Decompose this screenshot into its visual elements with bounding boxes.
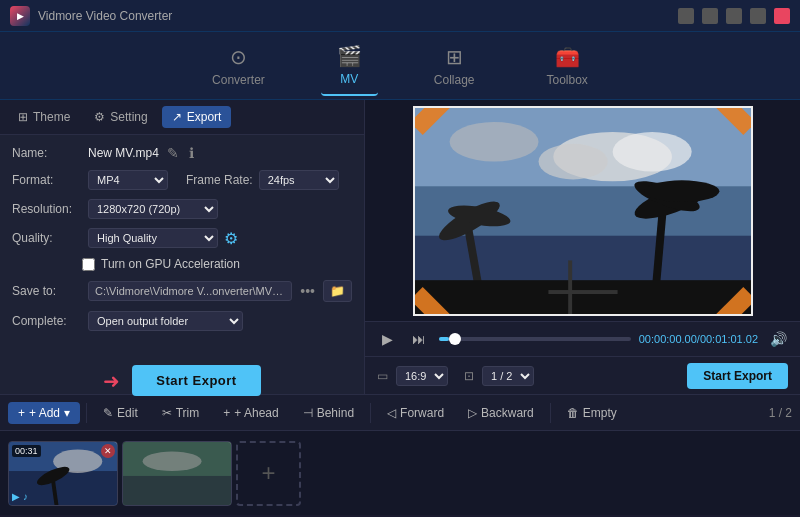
saveto-folder-button[interactable]: 📁: [323, 280, 352, 302]
saveto-label: Save to:: [12, 284, 82, 298]
empty-label: Empty: [583, 406, 617, 420]
app-logo: ▶: [10, 6, 30, 26]
quality-gear-icon[interactable]: ⚙: [224, 229, 238, 248]
svg-rect-16: [548, 290, 617, 294]
track-item-2[interactable]: [122, 441, 232, 506]
resolution-select[interactable]: 1280x720 (720p) 1920x1080 (1080p) 3840x2…: [88, 199, 218, 219]
titlebar: ▶ Vidmore Video Converter 💬 ≡ — □ ✕: [0, 0, 800, 32]
complete-label: Complete:: [12, 314, 82, 328]
behind-label: Behind: [317, 406, 354, 420]
svg-rect-15: [568, 260, 572, 314]
saveto-path: C:\Vidmore\Vidmore V...onverter\MV Expor…: [88, 281, 292, 301]
edit-name-button[interactable]: ✎: [165, 145, 181, 161]
menu-button[interactable]: ≡: [702, 8, 718, 24]
format-label: Format:: [12, 173, 82, 187]
nav-label-mv: MV: [340, 72, 358, 86]
ahead-icon: +: [223, 406, 230, 420]
left-panel: ⊞ Theme ⚙ Setting ↗ Export Name: New MV.…: [0, 100, 365, 394]
nav-item-converter[interactable]: ⊙ Converter: [196, 37, 281, 95]
add-icon: +: [18, 406, 25, 420]
track-add-icon: +: [261, 459, 275, 487]
ahead-button[interactable]: + + Ahead: [213, 402, 288, 424]
svg-point-24: [143, 451, 202, 471]
empty-button[interactable]: 🗑 Empty: [557, 402, 627, 424]
behind-icon: ⊣: [303, 406, 313, 420]
titlebar-title: Vidmore Video Converter: [38, 9, 172, 23]
tab-theme[interactable]: ⊞ Theme: [8, 106, 80, 128]
maximize-button[interactable]: □: [750, 8, 766, 24]
track-item-1[interactable]: 00:31 ✕ ▶ ♪: [8, 441, 118, 506]
start-export-bar-button[interactable]: Start Export: [687, 363, 788, 389]
nav-label-collage: Collage: [434, 73, 475, 87]
tab-bar: ⊞ Theme ⚙ Setting ↗ Export: [0, 100, 364, 135]
preview-area: [365, 100, 800, 321]
trim-label: Trim: [176, 406, 200, 420]
page-indicator: 1 / 2: [769, 406, 792, 420]
add-label: + Add: [29, 406, 60, 420]
framerate-select[interactable]: 24fps 30fps 60fps: [259, 170, 339, 190]
backward-button[interactable]: ▷ Backward: [458, 402, 544, 424]
chat-button[interactable]: 💬: [678, 8, 694, 24]
start-export-panel-button[interactable]: Start Export: [132, 365, 260, 396]
track-duration: 00:31: [12, 445, 41, 457]
timeline-bar[interactable]: [439, 337, 631, 341]
name-value: New MV.mp4: [88, 146, 159, 160]
edit-button[interactable]: ✎ Edit: [93, 402, 148, 424]
skip-button[interactable]: ⏭: [407, 331, 431, 347]
video-thumbnail: [413, 106, 753, 316]
setting-icon: ⚙: [94, 110, 105, 124]
behind-button[interactable]: ⊣ Behind: [293, 402, 364, 424]
timeline-dot: [449, 333, 461, 345]
gpu-checkbox[interactable]: [82, 258, 95, 271]
edit-icon: ✎: [103, 406, 113, 420]
format-select[interactable]: MP4 AVI MOV MKV: [88, 170, 168, 190]
backward-label: Backward: [481, 406, 534, 420]
empty-icon: 🗑: [567, 406, 579, 420]
toolbar-divider-3: [550, 403, 551, 423]
backward-icon: ▷: [468, 406, 477, 420]
trim-button[interactable]: ✂ Trim: [152, 402, 210, 424]
arrow-indicator: ➜: [103, 369, 120, 393]
saveto-more-button[interactable]: •••: [298, 283, 317, 299]
forward-button[interactable]: ◁ Forward: [377, 402, 454, 424]
volume-button[interactable]: 🔊: [766, 331, 790, 347]
svg-point-5: [538, 143, 607, 179]
titlebar-controls: 💬 ≡ — □ ✕: [678, 8, 790, 24]
nav-item-mv[interactable]: 🎬 MV: [321, 36, 378, 96]
main-content: ⊞ Theme ⚙ Setting ↗ Export Name: New MV.…: [0, 100, 800, 394]
complete-select[interactable]: Open output folder Do nothing Shutdown: [88, 311, 243, 331]
info-button[interactable]: ℹ: [187, 145, 196, 161]
track-icons: ▶ ♪: [12, 491, 28, 502]
quality-select[interactable]: High Quality Normal Quality Low Quality: [88, 228, 218, 248]
nav-item-collage[interactable]: ⊞ Collage: [418, 37, 491, 95]
tab-export[interactable]: ↗ Export: [162, 106, 232, 128]
ratio-select[interactable]: 16:9 4:3 1:1 9:16: [396, 366, 448, 386]
add-button[interactable]: + + Add ▾: [8, 402, 80, 424]
add-chevron: ▾: [64, 406, 70, 420]
resolution-label: Resolution:: [12, 202, 82, 216]
track-close-button[interactable]: ✕: [101, 444, 115, 458]
forward-label: Forward: [400, 406, 444, 420]
nav-label-converter: Converter: [212, 73, 265, 87]
play-button[interactable]: ▶: [375, 331, 399, 347]
size-select[interactable]: 1 / 2 1 / 1 2 / 1: [482, 366, 534, 386]
gpu-label[interactable]: Turn on GPU Acceleration: [101, 257, 240, 271]
svg-point-11: [644, 180, 719, 202]
svg-rect-14: [415, 280, 751, 314]
nav-item-toolbox[interactable]: 🧰 Toolbox: [531, 37, 604, 95]
toolbar-divider-2: [370, 403, 371, 423]
top-navigation: ⊙ Converter 🎬 MV ⊞ Collage 🧰 Toolbox: [0, 32, 800, 100]
tab-setting[interactable]: ⚙ Setting: [84, 106, 157, 128]
track-add-button[interactable]: +: [236, 441, 301, 506]
export-icon: ↗: [172, 110, 182, 124]
close-button[interactable]: ✕: [774, 8, 790, 24]
player-controls: ▶ ⏭ 00:00:00.00/00:01:01.02 🔊: [365, 321, 800, 356]
resolution-row: Resolution: 1280x720 (720p) 1920x1080 (1…: [12, 199, 352, 219]
track-thumbnail-2: [123, 442, 231, 505]
timeline-track: 00:31 ✕ ▶ ♪ +: [0, 430, 800, 515]
trim-icon: ✂: [162, 406, 172, 420]
minimize-button[interactable]: —: [726, 8, 742, 24]
framerate-label: Frame Rate:: [186, 173, 253, 187]
name-row: Name: New MV.mp4 ✎ ℹ: [12, 145, 352, 161]
forward-icon: ◁: [387, 406, 396, 420]
